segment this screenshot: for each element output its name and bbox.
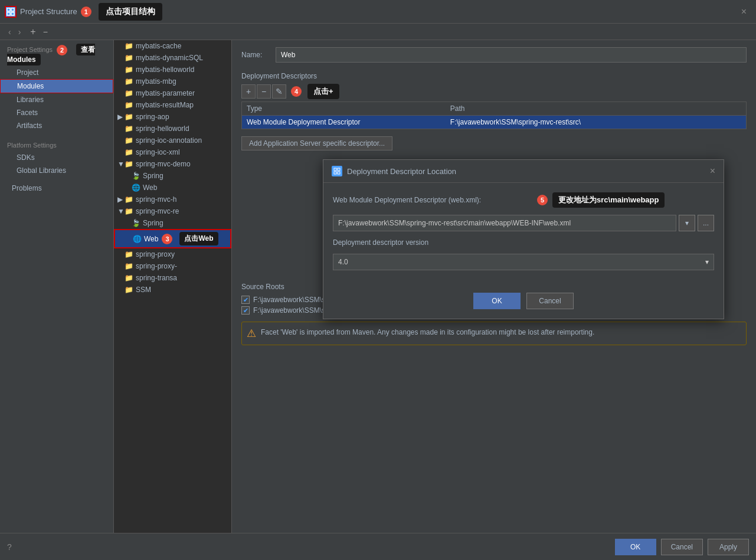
web-icon: 🌐	[132, 184, 140, 192]
tree-item-mybatis-cache[interactable]: 📁 mybatis-cache	[114, 40, 231, 52]
svg-rect-3	[11, 12, 14, 15]
sidebar-item-sdks[interactable]: SDKs	[0, 151, 113, 164]
tree-item-spring-mvc-demo[interactable]: ▼ 📁 spring-mvc-demo	[114, 158, 231, 170]
svg-rect-5	[338, 168, 340, 171]
platform-settings-label: Platform Settings	[0, 137, 113, 151]
tree-item-spring-proxy2[interactable]: 📁 spring-proxy-	[114, 260, 231, 272]
tree-item-mybatis-resultmap[interactable]: 📁 mybatis-resultMap	[114, 99, 231, 111]
modal-close-button[interactable]: ×	[710, 166, 715, 176]
tree-item-ssm[interactable]: 📁 SSM	[114, 284, 231, 296]
folder-icon: 📁	[125, 42, 133, 50]
sidebar: Project Settings 2 查看Modules Project Mod…	[0, 40, 114, 533]
modal-title-text: Deployment Descriptor Location	[347, 167, 456, 176]
table-header: Type Path	[242, 102, 746, 116]
modal-version-label: Deployment descriptor version	[333, 238, 534, 247]
content-area: Project Settings 2 查看Modules Project Mod…	[0, 40, 756, 533]
modal-version-dropdown[interactable]: 4.0 ▾	[333, 254, 714, 270]
apply-button[interactable]: Apply	[708, 539, 749, 555]
cancel-button[interactable]: Cancel	[661, 539, 703, 555]
modal-ok-button[interactable]: OK	[473, 293, 521, 309]
tree-item-spring-mvc-demo-web[interactable]: 🌐 Web	[114, 182, 231, 194]
tree-item-spring-transa[interactable]: 📁 spring-transa	[114, 272, 231, 284]
web-icon: 🌐	[133, 235, 142, 243]
modal-version-row: Deployment descriptor version	[333, 238, 714, 247]
folder-icon: 📁	[125, 262, 133, 270]
tree-item-spring-ioc-annotation[interactable]: 📁 spring-ioc-annotation	[114, 135, 231, 146]
add-descriptor-button[interactable]: +	[241, 84, 256, 99]
step2-badge: 2	[57, 45, 67, 55]
spring-leaf-icon: 🍃	[132, 219, 140, 227]
name-label: Name:	[241, 51, 271, 59]
modal-dropdown-btn[interactable]: ▾	[679, 215, 695, 231]
tree-item-spring-mvc-re[interactable]: ▼ 📁 spring-mvc-re	[114, 205, 231, 217]
forward-button[interactable]: ›	[15, 26, 25, 38]
module-tree[interactable]: 📁 mybatis-cache 📁 mybatis-dynamicSQL 📁 m…	[114, 40, 232, 533]
add-server-descriptor-button[interactable]: Add Application Server specific descript…	[241, 136, 392, 150]
folder-icon: 📁	[125, 89, 133, 97]
tree-item-spring-ioc-xml[interactable]: 📁 spring-ioc-xml	[114, 146, 231, 158]
svg-rect-1	[11, 8, 14, 11]
sidebar-item-global-libraries[interactable]: Global Libraries	[0, 164, 113, 177]
svg-rect-0	[7, 8, 10, 11]
tree-item-spring-mvc-h[interactable]: ▶ 📁 spring-mvc-h	[114, 194, 231, 205]
step1-tooltip: 点击项目结构	[99, 3, 162, 21]
warning-text: Facet 'Web' is imported from Maven. Any …	[261, 327, 594, 338]
warning-row: ⚠ Facet 'Web' is imported from Maven. An…	[241, 322, 747, 345]
sidebar-item-project[interactable]: Project	[0, 66, 113, 79]
modal-path-input[interactable]	[333, 215, 676, 231]
tree-item-spring-mvc-re-web[interactable]: 🌐 Web 3 点击Web	[114, 229, 231, 248]
sidebar-item-libraries[interactable]: Libraries	[0, 93, 113, 106]
folder-icon: 📁	[125, 207, 133, 215]
tree-item-spring-mvc-demo-spring[interactable]: 🍃 Spring	[114, 170, 231, 182]
modal-path-row: ▾ ...	[333, 215, 714, 231]
window-title: Project Structure	[20, 7, 77, 16]
tree-item-spring-helloworld[interactable]: 📁 spring-helloworld	[114, 123, 231, 135]
help-button[interactable]: ?	[7, 542, 12, 552]
edit-descriptor-button[interactable]: ✎	[272, 84, 286, 99]
modal-browse-button[interactable]: ...	[698, 215, 714, 231]
modal-title-icon	[332, 166, 342, 176]
modal-cancel-button[interactable]: Cancel	[526, 293, 574, 309]
ok-button[interactable]: OK	[615, 539, 656, 555]
tree-item-mybatis-parameter[interactable]: 📁 mybatis-parameter	[114, 87, 231, 99]
sidebar-item-artifacts[interactable]: Artifacts	[0, 119, 113, 132]
folder-icon: 📁	[125, 148, 133, 156]
spring-leaf-icon: 🍃	[132, 172, 140, 180]
step3-tooltip: 点击Web	[179, 232, 218, 245]
project-structure-icon	[5, 6, 17, 18]
tree-item-spring-proxy[interactable]: 📁 spring-proxy	[114, 248, 231, 260]
tree-item-mybatis-dynamicsql[interactable]: 📁 mybatis-dynamicSQL	[114, 52, 231, 64]
source-root-checkbox-2[interactable]: ✔	[241, 306, 250, 315]
tree-item-mybatis-helloworld[interactable]: 📁 mybatis-helloworld	[114, 64, 231, 76]
deployment-descriptor-location-dialog: Deployment Descriptor Location × Web Mod…	[323, 159, 724, 319]
step4-badge: 4	[291, 86, 302, 97]
folder-icon: 📁	[125, 250, 133, 258]
project-settings-label: Project Settings 2 查看Modules	[0, 40, 113, 66]
folder-icon: 📁	[125, 160, 133, 168]
remove-module-button[interactable]: −	[40, 26, 51, 38]
table-row[interactable]: Web Module Deployment Descriptor F:\java…	[242, 116, 746, 129]
step4-tooltip: 点击+	[307, 84, 339, 99]
tree-item-spring-mvc-re-spring[interactable]: 🍃 Spring	[114, 217, 231, 229]
svg-rect-7	[338, 172, 340, 174]
tree-item-spring-aop[interactable]: ▶ 📁 spring-aop	[114, 111, 231, 123]
sidebar-item-facets[interactable]: Facets	[0, 106, 113, 119]
step5-badge: 5	[537, 195, 548, 205]
title-bar: Project Structure 1 点击项目结构 ×	[0, 0, 756, 24]
back-button[interactable]: ‹	[5, 26, 15, 38]
folder-icon: 📁	[125, 125, 133, 133]
tree-item-mybatis-mbg[interactable]: 📁 mybatis-mbg	[114, 76, 231, 87]
source-root-checkbox-1[interactable]: ✔	[241, 296, 250, 304]
name-input[interactable]	[276, 47, 747, 63]
remove-descriptor-button[interactable]: −	[257, 84, 271, 99]
sidebar-item-modules[interactable]: Modules	[0, 79, 113, 93]
folder-icon: 📁	[125, 286, 133, 294]
descriptor-type-cell: Web Module Deployment Descriptor	[242, 116, 446, 129]
svg-rect-6	[334, 172, 336, 174]
sidebar-item-problems[interactable]: Problems	[0, 182, 113, 195]
path-column-header: Path	[446, 102, 746, 115]
deployment-toolbar: + − ✎ 4 点击+	[241, 84, 747, 99]
add-module-button[interactable]: +	[27, 25, 39, 38]
nav-bar: ‹ › + −	[0, 24, 756, 40]
close-button[interactable]: ×	[737, 4, 751, 19]
